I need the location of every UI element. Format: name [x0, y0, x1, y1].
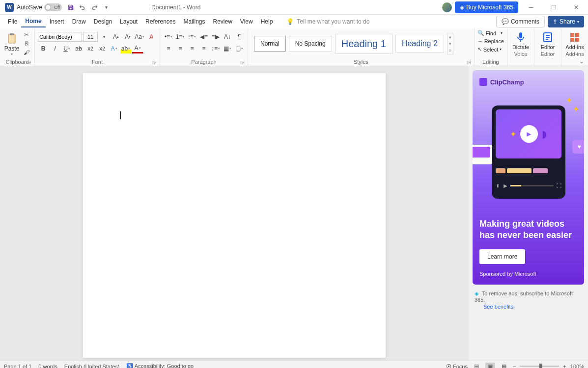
bold-button[interactable]: B — [38, 44, 49, 53]
find-button[interactable]: 🔍Find ▾ — [477, 29, 503, 37]
dictate-button[interactable]: Dictate — [510, 29, 531, 50]
show-marks-icon[interactable]: ¶ — [234, 32, 245, 42]
select-button[interactable]: ↖Select▾ — [477, 46, 502, 53]
tab-review[interactable]: Review — [209, 16, 236, 27]
styles-expand-icon[interactable]: ▿ — [448, 47, 453, 54]
language-status[interactable]: English (United States) — [64, 364, 120, 368]
styles-up-icon[interactable]: ▴ — [448, 33, 453, 40]
save-icon[interactable] — [65, 1, 77, 13]
paste-button[interactable]: Paste ▾ — [3, 31, 21, 56]
tab-file[interactable]: File — [4, 16, 21, 27]
ribbon-group-styles: Normal No Spacing Heading 1 Heading 2 ▴ … — [248, 28, 475, 66]
dialog-launcher-icon[interactable]: ◲ — [240, 60, 245, 65]
learn-more-button[interactable]: Learn more — [479, 249, 525, 264]
chevron-down-icon[interactable]: ▾ — [99, 32, 110, 42]
shape-icon: ◗ — [542, 128, 547, 140]
superscript-button[interactable]: x2 — [97, 44, 108, 53]
multilevel-list-icon[interactable]: ⁝≡ — [187, 32, 197, 42]
numbering-icon[interactable]: 1≡ — [175, 32, 186, 42]
justify-icon[interactable]: ≡ — [198, 44, 209, 53]
see-benefits-link[interactable]: See benefits — [483, 304, 582, 310]
comments-button[interactable]: 💬 Comments — [496, 16, 545, 27]
word-app-icon: W — [5, 3, 14, 12]
dialog-launcher-icon[interactable]: ◲ — [152, 60, 157, 65]
qat-customize-icon[interactable]: ▾ — [100, 1, 112, 13]
page-count[interactable]: Page 1 of 1 — [4, 364, 31, 368]
read-mode-icon[interactable]: ▤ — [472, 363, 481, 368]
document-canvas[interactable] — [0, 66, 469, 361]
style-normal[interactable]: Normal — [254, 36, 286, 52]
strikethrough-button[interactable]: ab — [73, 44, 84, 53]
editor-button[interactable]: Editor — [537, 29, 558, 50]
align-left-icon[interactable]: ≡ — [163, 44, 174, 53]
thumbnail-icon — [473, 145, 492, 164]
addins-button[interactable]: Add-ins — [564, 29, 585, 50]
share-icon: ⇪ — [553, 18, 558, 25]
zoom-in-button[interactable]: + — [563, 364, 566, 368]
search-icon: 🔍 — [477, 30, 484, 36]
user-avatar[interactable] — [442, 2, 452, 12]
autosave-label: AutoSave — [17, 4, 42, 11]
tab-view[interactable]: View — [236, 16, 257, 27]
format-painter-icon[interactable]: 🖌 — [22, 48, 31, 57]
shading-icon[interactable]: ▦ — [222, 44, 233, 53]
style-no-spacing[interactable]: No Spacing — [289, 36, 332, 52]
increase-indent-icon[interactable]: ≡▶ — [210, 32, 221, 42]
ribbon-group-voice: Dictate Voice — [507, 28, 534, 66]
change-case-icon[interactable]: Aa — [134, 32, 145, 42]
dialog-launcher-icon[interactable]: ◲ — [467, 60, 471, 65]
shrink-font-icon[interactable]: A▾ — [122, 32, 133, 42]
tell-me-search[interactable]: 💡 Tell me what you want to do — [286, 18, 369, 25]
highlight-icon[interactable]: ab — [120, 44, 131, 53]
dialog-launcher-icon[interactable]: ◲ — [27, 60, 31, 65]
autosave-toggle[interactable]: Off — [44, 3, 62, 11]
align-right-icon[interactable]: ≡ — [187, 44, 197, 53]
subscript-button[interactable]: x2 — [85, 44, 96, 53]
italic-button[interactable]: I — [50, 44, 60, 53]
buy-microsoft-365-button[interactable]: ◈ Buy Microsoft 365 — [455, 1, 518, 13]
cut-icon[interactable]: ✂ — [22, 30, 31, 39]
tab-home[interactable]: Home — [21, 16, 45, 27]
clear-formatting-icon[interactable]: A̷ — [146, 32, 157, 42]
tab-mailings[interactable]: Mailings — [179, 16, 209, 27]
page[interactable] — [83, 73, 386, 358]
focus-mode-button[interactable]: ⦿ Focus — [446, 364, 468, 368]
underline-button[interactable]: U — [61, 44, 72, 53]
tab-draw[interactable]: Draw — [68, 16, 90, 27]
print-layout-icon[interactable]: ▣ — [485, 363, 495, 368]
maximize-button[interactable]: ☐ — [544, 0, 563, 14]
minimize-button[interactable]: ─ — [521, 0, 541, 14]
style-heading-1[interactable]: Heading 1 — [335, 34, 392, 54]
collapse-ribbon-icon[interactable]: ⌄ — [579, 58, 584, 65]
tab-insert[interactable]: Insert — [46, 16, 68, 27]
copy-icon[interactable]: ⎘ — [22, 39, 31, 48]
bullets-icon[interactable]: •≡ — [163, 32, 174, 42]
replace-button[interactable]: ↔Replace — [477, 38, 504, 45]
borders-icon[interactable]: ▢ — [234, 44, 245, 53]
text-effects-icon[interactable]: A — [109, 44, 119, 53]
zoom-slider[interactable] — [520, 366, 559, 367]
grow-font-icon[interactable]: A▴ — [111, 32, 121, 42]
word-count[interactable]: 0 words — [38, 364, 57, 368]
line-spacing-icon[interactable]: ↕≡ — [210, 44, 221, 53]
tab-help[interactable]: Help — [257, 16, 277, 27]
font-name-select[interactable] — [38, 32, 82, 42]
zoom-out-button[interactable]: − — [513, 364, 516, 368]
decrease-indent-icon[interactable]: ◀≡ — [198, 32, 209, 42]
tab-layout[interactable]: Layout — [116, 16, 141, 27]
font-size-select[interactable] — [83, 32, 98, 42]
font-color-icon[interactable]: A — [132, 44, 143, 53]
style-heading-2[interactable]: Heading 2 — [395, 35, 444, 53]
close-button[interactable]: ✕ — [566, 0, 586, 14]
sort-icon[interactable]: A↓ — [222, 32, 233, 42]
tab-design[interactable]: Design — [90, 16, 116, 27]
share-button[interactable]: ⇪ Share ▾ — [548, 16, 584, 27]
accessibility-status[interactable]: ♿ Accessibility: Good to go — [126, 363, 194, 368]
zoom-level[interactable]: 100% — [570, 364, 584, 368]
undo-icon[interactable] — [77, 1, 88, 13]
redo-icon[interactable] — [88, 1, 100, 13]
web-layout-icon[interactable]: ▦ — [499, 363, 509, 368]
align-center-icon[interactable]: ≡ — [175, 44, 186, 53]
tab-references[interactable]: References — [141, 16, 179, 27]
styles-down-icon[interactable]: ▾ — [448, 40, 453, 47]
